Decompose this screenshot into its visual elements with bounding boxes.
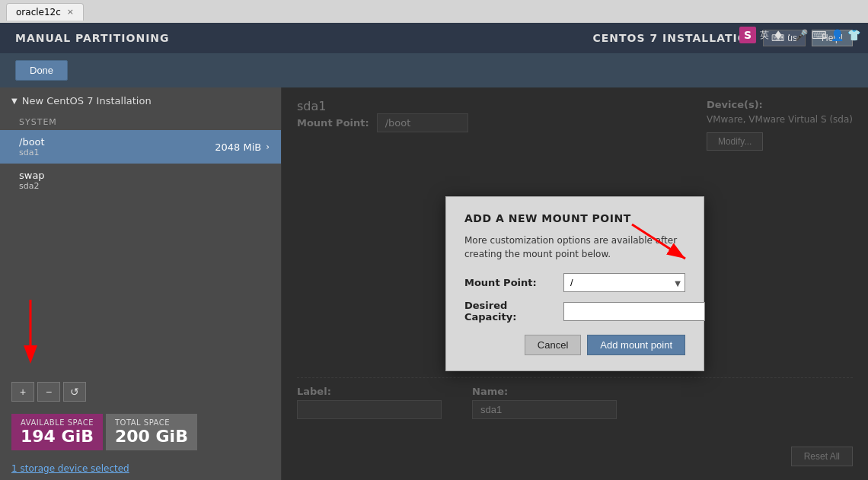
bottom-controls: + − ↺ [0,376,281,408]
total-value: 200 GiB [115,427,188,446]
svg-line-3 [632,224,685,259]
page-title: MANUAL PARTITIONING [15,32,170,44]
partition-item-boot[interactable]: /boot sda1 2048 MiB › [0,130,281,164]
bullet-icon: · [787,29,790,41]
partition-size-boot: 2048 MiB [215,141,261,153]
red-arrow-add [8,292,69,368]
cancel-button[interactable]: Cancel [525,335,581,355]
modal-buttons: Cancel Add mount point [464,335,685,355]
partition-name-boot: /boot [19,136,45,148]
partition-dev-swap: sda2 [19,181,45,191]
partition-right-boot: 2048 MiB › [215,141,270,153]
partition-left-swap: swap sda2 [19,170,45,191]
partition-name-swap: swap [19,170,45,181]
system-label: SYSTEM [0,114,281,130]
centos-label: CENTOS 7 INSTALLATION [592,32,757,44]
storage-device-link[interactable]: 1 storage device selected [11,463,129,474]
add-mount-point-button[interactable]: Add mount point [587,335,685,355]
mic-icon: 🎤 [795,29,808,41]
system-toolbar: S 英 ♦ · 🎤 ⌨ 👤 👕 [739,27,860,43]
diamond-icon: ♦ [773,28,783,43]
arrow-down-icon: ▼ [11,97,18,105]
available-value: 194 GiB [21,427,94,446]
tab-bar: oracle12c × [0,0,868,23]
tab-label: oracle12c [16,7,61,17]
remove-partition-button[interactable]: − [37,382,60,402]
installation-header: ▼ New CentOS 7 Installation [0,87,281,114]
browser-tab[interactable]: oracle12c × [6,3,84,21]
total-label: TOTAL SPACE [115,418,188,427]
user-icon: 👤 [831,29,844,41]
right-panel: sda1 Mount Point: /boot Device(s): VMwar… [282,87,868,480]
available-space-box: AVAILABLE SPACE 194 GiB [11,414,103,450]
partition-left-boot: /boot sda1 [19,136,45,157]
top-header: MANUAL PARTITIONING CENTOS 7 INSTALLATIO… [0,23,868,53]
available-label: AVAILABLE SPACE [21,418,94,427]
s-icon: S [739,27,756,43]
partition-item-swap[interactable]: swap sda2 [0,164,281,197]
modal-desired-capacity-input[interactable] [563,302,705,321]
done-row: Done [0,53,868,87]
lang-icon: 英 [760,29,769,42]
partition-dev-boot: sda1 [19,148,45,157]
content-area: ▼ New CentOS 7 Installation SYSTEM /boot… [0,87,868,480]
chevron-right-icon-boot: › [266,141,270,152]
space-info: AVAILABLE SPACE 194 GiB TOTAL SPACE 200 … [0,408,281,456]
refresh-button[interactable]: ↺ [63,382,86,402]
modal-overlay: ADD A NEW MOUNT POINT More customization… [282,87,868,480]
modal-desired-capacity-label: Desired Capacity: [464,300,556,323]
main-wrapper: MANUAL PARTITIONING CENTOS 7 INSTALLATIO… [0,23,868,480]
installation-group-label: New CentOS 7 Installation [22,95,152,106]
storage-link-bar: 1 storage device selected [0,456,281,480]
tab-close-btn[interactable]: × [67,7,74,17]
done-button[interactable]: Done [15,60,68,81]
shirt-icon: 👕 [847,29,860,41]
modal-mount-point-label: Mount Point: [464,277,556,288]
red-arrow-modal [624,217,700,278]
add-partition-button[interactable]: + [11,382,34,402]
modal-desired-capacity-row: Desired Capacity: [464,300,685,323]
total-space-box: TOTAL SPACE 200 GiB [106,414,197,450]
keyboard-layout-icon: ⌨ [812,29,827,41]
left-panel: ▼ New CentOS 7 Installation SYSTEM /boot… [0,87,282,480]
